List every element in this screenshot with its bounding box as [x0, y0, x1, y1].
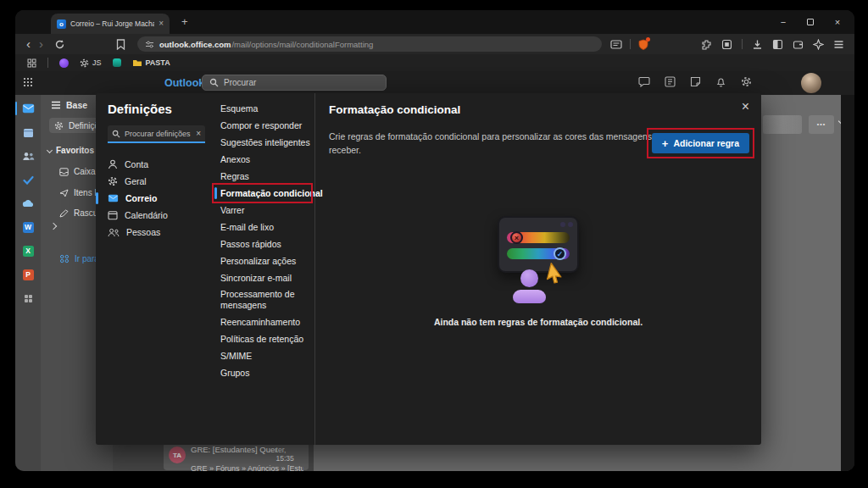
settings-nav-pessoas[interactable]: Pessoas: [108, 224, 205, 241]
bookmark-js[interactable]: JS: [80, 58, 102, 68]
office-apps-icon[interactable]: [665, 76, 676, 87]
add-rule-button[interactable]: + Adicionar regra: [652, 133, 749, 153]
collections-icon[interactable]: [721, 39, 732, 50]
menu-item[interactable]: Passos rápidos: [212, 236, 314, 252]
new-tab-button[interactable]: +: [181, 15, 188, 28]
rail-excel-icon[interactable]: X: [15, 239, 41, 263]
menu-item[interactable]: Processamento de mensagens: [212, 286, 314, 313]
forward-button[interactable]: ›: [35, 36, 47, 53]
favorites-header[interactable]: Favoritos: [47, 146, 94, 155]
cursor-arrow-icon: [544, 263, 566, 285]
rail-powerpoint-icon[interactable]: P: [15, 263, 41, 286]
check-badge-icon: ✓: [554, 247, 566, 260]
message-time: ter, 15:35: [276, 446, 303, 463]
downloads-icon[interactable]: [752, 39, 763, 50]
rail-more-apps-icon[interactable]: [15, 286, 41, 310]
extension-shield-icon[interactable]: [638, 39, 648, 50]
apps-grid-icon[interactable]: [27, 58, 36, 68]
reading-pane-faded-button[interactable]: [763, 115, 802, 134]
settings-nav-geral[interactable]: Geral: [108, 173, 205, 190]
menu-item[interactable]: Sugestões inteligentes: [212, 134, 314, 151]
menu-item[interactable]: Reencaminhamento: [212, 313, 314, 330]
menu-item[interactable]: Varrer: [212, 202, 314, 219]
hamburger-icon[interactable]: [51, 101, 61, 109]
bookmark-folder-pasta[interactable]: PASTA: [132, 58, 170, 67]
go-to-groups-link[interactable]: Ir para: [59, 254, 99, 263]
window-minimize-button[interactable]: −: [778, 17, 788, 27]
app-launcher-icon[interactable]: [23, 77, 33, 87]
menu-item[interactable]: Esquema: [212, 100, 314, 117]
menu-item[interactable]: S/MIME: [212, 347, 314, 364]
menu-item[interactable]: E-mail de lixo: [212, 219, 314, 236]
refresh-button[interactable]: [54, 39, 65, 50]
illustration-person-body: [513, 290, 546, 303]
window-maximize-button[interactable]: [807, 19, 814, 25]
copilot-icon[interactable]: [813, 39, 824, 50]
back-button[interactable]: ‹: [22, 36, 35, 53]
menu-item[interactable]: Compor e responder: [212, 117, 314, 134]
outlook-header-icons: [638, 76, 752, 87]
settings-menu: Esquema Compor e responder Sugestões int…: [212, 93, 315, 445]
bookmark-icon[interactable]: [116, 39, 125, 50]
tab-close-icon[interactable]: ×: [159, 19, 164, 28]
browser-tab[interactable]: o Correio – Rui Jorge Machado Ne ×: [51, 14, 170, 34]
extensions-icon[interactable]: [701, 39, 712, 50]
folder-tab-base[interactable]: Base: [66, 100, 87, 110]
bookmark-folder-label: PASTA: [146, 58, 170, 67]
menu-item[interactable]: Políticas de retenção: [212, 330, 314, 347]
gear-icon: [54, 121, 64, 130]
menu-item[interactable]: Regras: [212, 168, 314, 185]
settings-content: Formatação condicional × Crie regras de …: [315, 93, 761, 445]
rail-todo-icon[interactable]: [15, 168, 41, 191]
site-permissions-icon[interactable]: [145, 40, 154, 49]
x-badge-icon: ×: [510, 231, 523, 244]
bookmark-purple-icon[interactable]: [59, 58, 69, 68]
sender-avatar: TA: [169, 446, 186, 463]
notes-icon[interactable]: [690, 76, 701, 87]
split-screen-icon[interactable]: [772, 39, 783, 50]
more-options-icon[interactable]: •••: [809, 115, 834, 134]
rail-onedrive-icon[interactable]: [15, 191, 41, 215]
url-path: /mail/options/mail/conditionalFormatting: [231, 40, 373, 49]
notifications-bell-icon[interactable]: [715, 76, 726, 87]
window-close-button[interactable]: ×: [832, 17, 843, 27]
settings-nav-correio[interactable]: Correio: [108, 190, 205, 207]
app-rail: W X P: [15, 95, 41, 471]
settings-search-input[interactable]: Procurar definições ×: [108, 125, 205, 143]
rail-calendar-icon[interactable]: [15, 120, 41, 144]
gear-icon: [80, 58, 89, 68]
bookmark-teal-icon[interactable]: [113, 58, 121, 67]
outlook-search-input[interactable]: Procurar: [202, 75, 387, 91]
calendar-icon: [108, 210, 118, 220]
menu-item[interactable]: Personalizar ações: [212, 252, 314, 269]
send-icon: [59, 189, 69, 197]
menu-item-formatacao-condicional[interactable]: Formatação condicional: [212, 185, 314, 202]
mail-icon: [108, 194, 119, 202]
rail-people-icon[interactable]: [15, 144, 41, 168]
menu-item[interactable]: Sincronizar e-mail: [212, 269, 314, 286]
settings-nav-label: Correio: [125, 193, 157, 203]
wallet-icon[interactable]: [793, 39, 804, 50]
rail-word-icon[interactable]: W: [15, 215, 41, 239]
close-icon[interactable]: ×: [742, 100, 749, 114]
scrollbar-gutter[interactable]: [841, 95, 854, 471]
outlook-brand[interactable]: Outlook: [164, 77, 204, 89]
menu-item[interactable]: Grupos: [212, 364, 314, 381]
menu-item[interactable]: Anexos: [212, 151, 314, 168]
empty-state: × ✓ Ai: [315, 216, 761, 327]
clear-search-icon[interactable]: ×: [196, 129, 201, 138]
browser-menu-icon[interactable]: [833, 39, 844, 50]
reading-mode-icon[interactable]: [610, 40, 622, 49]
chat-icon[interactable]: [638, 76, 650, 87]
message-row-selected[interactable]: TA GRE: [Estudantes] Quer... ter, 15:35 …: [164, 442, 309, 470]
settings-nav-conta[interactable]: Conta: [108, 156, 205, 173]
folder-expand-chevron[interactable]: [51, 224, 56, 229]
url-bar[interactable]: outlook.office.com /mail/options/mail/co…: [137, 36, 602, 52]
rail-mail-icon[interactable]: [15, 97, 41, 120]
profile-avatar[interactable]: [801, 73, 821, 93]
browser-navbar: ‹ › outlook.office.com /mail/options/mai…: [15, 34, 854, 54]
content-title: Formatação condicional: [329, 103, 748, 116]
settings-gear-icon[interactable]: [741, 76, 752, 87]
annotation-highlight: + Adicionar regra: [647, 128, 754, 158]
settings-nav-calendario[interactable]: Calendário: [108, 207, 205, 224]
